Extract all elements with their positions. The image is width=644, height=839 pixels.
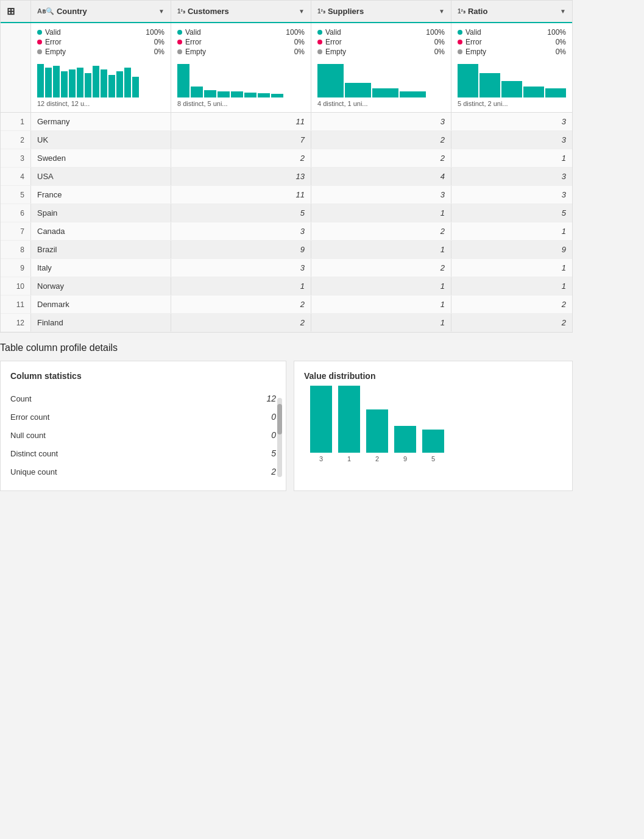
ratio-cell: 1 bbox=[451, 277, 572, 295]
mini-bar bbox=[479, 73, 500, 97]
empty-dot-country bbox=[37, 49, 42, 54]
suppliers-dropdown-icon[interactable]: ▼ bbox=[439, 8, 445, 15]
ratio-cell: 2 bbox=[451, 314, 572, 331]
ratio-cell: 3 bbox=[451, 113, 572, 130]
header-customers[interactable]: 1²₃ Customers ▼ bbox=[171, 1, 311, 22]
row-num-cell: 7 bbox=[1, 222, 31, 240]
row-num-cell: 8 bbox=[1, 241, 31, 258]
empty-dot-customers bbox=[177, 49, 182, 54]
dist-bar-group: 9 bbox=[394, 426, 416, 462]
profile-country: Valid100% Error0% Empty0% 12 distinct, 1… bbox=[31, 23, 171, 112]
stat-row: Unique count 2 bbox=[10, 462, 276, 481]
country-cell: Denmark bbox=[31, 296, 171, 313]
customers-cell: 3 bbox=[171, 259, 311, 277]
mini-bar bbox=[85, 73, 91, 97]
mini-bar bbox=[108, 75, 115, 97]
mini-bar bbox=[244, 93, 257, 97]
suppliers-cell: 3 bbox=[311, 186, 451, 204]
mini-bar bbox=[93, 66, 99, 97]
stat-value: 0 bbox=[271, 412, 276, 422]
country-dropdown-icon[interactable]: ▼ bbox=[158, 8, 165, 15]
mini-bar bbox=[37, 64, 44, 97]
stat-row: Distinct count 5 bbox=[10, 444, 276, 462]
mini-bar bbox=[61, 71, 68, 97]
ratio-cell: 3 bbox=[451, 131, 572, 149]
table-header: ⊞ Aʙ🔍 Country ▼ 1²₃ Customers ▼ 1²₃ Supp… bbox=[1, 1, 572, 23]
stat-row: Count 12 bbox=[10, 389, 276, 408]
column-stats-panel: Column statistics Count 12 Error count 0… bbox=[0, 361, 286, 491]
ratio-cell: 9 bbox=[451, 241, 572, 258]
row-num-cell: 10 bbox=[1, 277, 31, 295]
text-type-icon: Aʙ🔍 bbox=[37, 7, 54, 15]
mini-chart-country bbox=[37, 61, 165, 97]
country-cell: Spain bbox=[31, 204, 171, 222]
suppliers-cell: 4 bbox=[311, 168, 451, 185]
chart-note-customers: 8 distinct, 5 uni... bbox=[177, 100, 305, 107]
profile-suppliers: Valid100% Error0% Empty0% 4 distinct, 1 … bbox=[311, 23, 451, 112]
country-cell: USA bbox=[31, 168, 171, 185]
error-dot-customers bbox=[177, 40, 182, 44]
header-ratio[interactable]: 1²₃ Ratio ▼ bbox=[451, 1, 572, 22]
suppliers-cell: 2 bbox=[311, 131, 451, 149]
column-stats-title: Column statistics bbox=[10, 371, 276, 381]
error-dot-suppliers bbox=[317, 40, 322, 44]
ratio-dropdown-icon[interactable]: ▼ bbox=[560, 8, 566, 15]
customers-cell: 3 bbox=[171, 222, 311, 240]
mini-bar bbox=[218, 91, 230, 97]
mini-bar bbox=[116, 71, 123, 97]
dist-bar-group: 5 bbox=[422, 430, 444, 463]
table-row: 12 Finland 2 1 2 bbox=[1, 314, 572, 332]
bottom-panels: Column statistics Count 12 Error count 0… bbox=[0, 361, 573, 491]
country-cell: Canada bbox=[31, 222, 171, 240]
value-distribution-panel: Value distribution 31295 bbox=[294, 361, 573, 491]
mini-bar bbox=[101, 69, 107, 97]
mini-bar bbox=[317, 64, 344, 97]
mini-bar bbox=[69, 69, 76, 97]
suppliers-cell: 1 bbox=[311, 314, 451, 331]
value-dist-title: Value distribution bbox=[304, 371, 562, 381]
ratio-cell: 1 bbox=[451, 222, 572, 240]
mini-chart-suppliers bbox=[317, 61, 445, 97]
dist-bar-label: 5 bbox=[431, 455, 435, 462]
row-num-cell: 9 bbox=[1, 259, 31, 277]
error-dot-ratio bbox=[458, 40, 462, 44]
row-num-cell: 3 bbox=[1, 149, 31, 167]
mini-bar bbox=[204, 90, 216, 97]
mini-bar bbox=[400, 91, 426, 97]
ratio-cell: 5 bbox=[451, 204, 572, 222]
header-country[interactable]: Aʙ🔍 Country ▼ bbox=[31, 1, 171, 22]
profile-row: Valid100% Error0% Empty0% 12 distinct, 1… bbox=[1, 23, 572, 113]
table-row: 11 Denmark 2 1 2 bbox=[1, 296, 572, 314]
empty-dot-suppliers bbox=[317, 49, 322, 54]
stat-value: 5 bbox=[271, 448, 276, 458]
dist-bar-label: 9 bbox=[403, 455, 407, 462]
scroll-thumb[interactable] bbox=[277, 404, 282, 434]
customers-cell: 2 bbox=[171, 149, 311, 167]
dist-bar bbox=[366, 409, 388, 453]
ratio-cell: 3 bbox=[451, 168, 572, 185]
stat-label: Count bbox=[10, 394, 32, 403]
customers-dropdown-icon[interactable]: ▼ bbox=[299, 8, 305, 15]
profile-rownum bbox=[1, 23, 31, 112]
stat-row: Error count 0 bbox=[10, 408, 276, 426]
table-row: 10 Norway 1 1 1 bbox=[1, 277, 572, 296]
customers-cell: 2 bbox=[171, 314, 311, 331]
mini-bar bbox=[271, 94, 283, 97]
mini-bar bbox=[345, 83, 371, 97]
stat-value: 12 bbox=[266, 394, 276, 403]
empty-dot-ratio bbox=[458, 49, 462, 54]
stat-value: 2 bbox=[271, 467, 276, 476]
dist-bar-label: 3 bbox=[319, 455, 323, 462]
mini-bar bbox=[124, 68, 131, 97]
header-suppliers[interactable]: 1²₃ Suppliers ▼ bbox=[311, 1, 451, 22]
mini-chart-customers bbox=[177, 61, 305, 97]
num-type-icon-suppliers: 1²₃ bbox=[317, 8, 325, 15]
customers-cell: 2 bbox=[171, 296, 311, 313]
suppliers-column-label: Suppliers bbox=[328, 7, 439, 16]
table-body: 1 Germany 11 3 3 2 UK 7 2 3 3 Sweden 2 2… bbox=[1, 113, 572, 332]
row-num-cell: 4 bbox=[1, 168, 31, 185]
dist-bar-group: 2 bbox=[366, 409, 388, 463]
mini-bar bbox=[458, 64, 478, 97]
scrollbar[interactable] bbox=[277, 398, 282, 477]
customers-cell: 5 bbox=[171, 204, 311, 222]
